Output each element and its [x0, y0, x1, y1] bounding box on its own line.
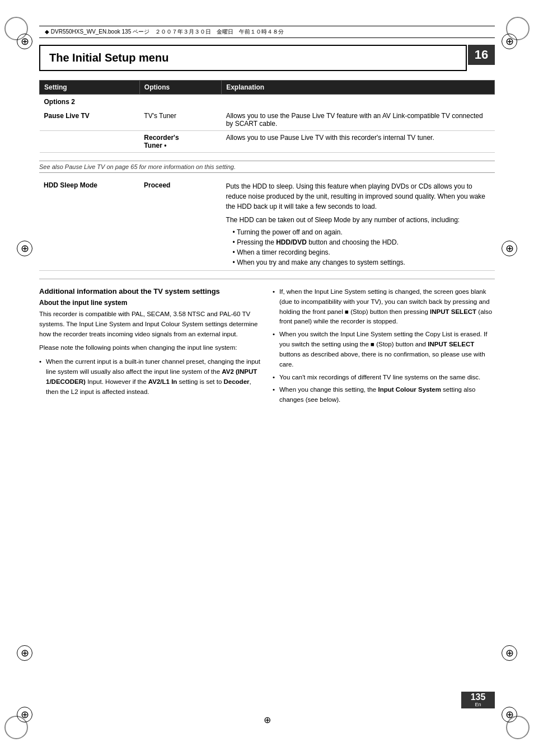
right-bullet-2: When you switch the Input Line System se…	[273, 330, 495, 369]
reg-mark-tl	[17, 34, 32, 49]
option-tvs-tuner: TV's Tuner	[139, 109, 221, 131]
additional-info-section: Additional information about the TV syst…	[39, 287, 495, 409]
page-title-box: The Initial Setup menu	[39, 45, 467, 71]
note-line: See also Pause Live TV on page 65 for mo…	[39, 161, 495, 173]
page-title: The Initial Setup menu	[49, 51, 457, 64]
col-options: Options	[139, 81, 221, 95]
hdd-bullet-4: When you try and make any changes to sys…	[233, 257, 490, 267]
hdd-bullet-2: Pressing the HDD/DVD button and choosing…	[233, 237, 490, 247]
reg-mark-ml	[17, 241, 32, 256]
chapter-number: 16	[475, 48, 488, 62]
section-label: Options 2	[40, 95, 140, 110]
reg-mark-bml	[17, 645, 32, 661]
additional-para-1: This recorder is compatible with PAL, SE…	[39, 309, 261, 339]
right-bullet-4: When you change this setting, the Input …	[273, 385, 495, 405]
file-info-bar: ◆ DVR550HXS_WV_EN.book 135 ページ ２００７年３月３０…	[39, 26, 495, 38]
additional-para-2: Please note the following points when ch…	[39, 343, 261, 353]
chapter-badge: 16	[468, 45, 495, 65]
page-lang: En	[475, 702, 481, 707]
left-bullet-1: When the current input is a built-in tun…	[39, 357, 261, 397]
option-recorders-tuner: Recorder'sTuner •	[139, 131, 221, 153]
additional-heading: Additional information about the TV syst…	[39, 287, 261, 295]
file-info-text: ◆ DVR550HXS_WV_EN.book 135 ページ ２００７年３月３０…	[45, 28, 284, 36]
reg-mark-bmr	[502, 645, 517, 661]
col-explanation: Explanation	[222, 81, 495, 95]
hdd-bullet-list: Turning the power off and on again. Pres…	[233, 227, 490, 267]
reg-mark-tr	[502, 34, 517, 49]
right-bullet-1: If, when the Input Line System setting i…	[273, 287, 495, 327]
setting-pause-live-tv: Pause Live TV	[40, 109, 140, 131]
hdd-para-1: Puts the HDD to sleep. Using this featur…	[226, 181, 490, 212]
section-divider	[39, 279, 495, 279]
main-content: 16 The Initial Setup menu Setting Option…	[39, 45, 495, 711]
hdd-explanation-text: Puts the HDD to sleep. Using this featur…	[226, 181, 490, 267]
hdd-sleep-row: HDD Sleep Mode Proceed Puts the HDD to s…	[39, 179, 495, 271]
settings-table: Setting Options Explanation Options 2 Pa…	[39, 80, 495, 153]
note-text: See also Pause Live TV on page 65 for mo…	[39, 163, 236, 170]
additional-right-bullets: If, when the Input Line System setting i…	[273, 287, 495, 405]
reg-mark-br	[502, 707, 517, 722]
hdd-setting-label: HDD Sleep Mode	[39, 179, 139, 271]
bottom-center-mark: ⊕	[264, 715, 271, 725]
table-row: Recorder'sTuner • Allows you to use Paus…	[40, 131, 495, 153]
additional-left-col: Additional information about the TV syst…	[39, 287, 261, 409]
col-setting: Setting	[40, 81, 140, 95]
page-number: 135	[471, 693, 486, 702]
hdd-sleep-table: HDD Sleep Mode Proceed Puts the HDD to s…	[39, 179, 495, 271]
explanation-recorders-tuner: Allows you to use Pause Live TV with thi…	[222, 131, 495, 153]
reg-mark-bl	[17, 707, 32, 722]
reg-mark-mr	[502, 241, 517, 256]
section-header-row: Options 2	[40, 95, 495, 110]
additional-left-bullets: When the current input is a built-in tun…	[39, 357, 261, 397]
hdd-para-2: The HDD can be taken out of Sleep Mode b…	[226, 215, 490, 225]
hdd-bullet-1: Turning the power off and on again.	[233, 227, 490, 237]
right-bullet-3: You can't mix recordings of different TV…	[273, 373, 495, 383]
table-row: Pause Live TV TV's Tuner Allows you to u…	[40, 109, 495, 131]
explanation-tvs-tuner: Allows you to use the Pause Live TV feat…	[222, 109, 495, 131]
hdd-option-label: Proceed	[139, 179, 222, 271]
page-number-box: 135 En	[461, 692, 495, 708]
hdd-bullet-3: When a timer recording begins.	[233, 247, 490, 257]
hdd-explanation: Puts the HDD to sleep. Using this featur…	[222, 179, 495, 271]
additional-right-col: If, when the Input Line System setting i…	[273, 287, 495, 409]
additional-subheading: About the input line system	[39, 299, 261, 307]
